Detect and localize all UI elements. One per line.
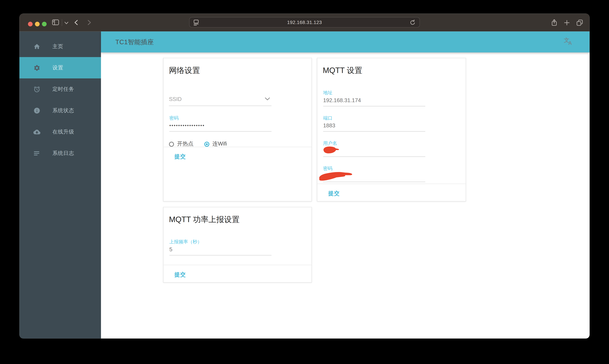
report-frequency-field[interactable]: 上报频率（秒） 5 (169, 239, 272, 255)
logs-icon (33, 150, 40, 157)
ssid-select[interactable]: SSID (169, 96, 271, 106)
mqtt-power-report-card: MQTT 功率上报设置 上报频率（秒） 5 提交 (163, 207, 312, 283)
wifi-password-field[interactable]: 密码 •••••••••••••••• (169, 115, 272, 132)
page-title: TC1智能插座 (115, 31, 154, 52)
browser-window: 192.168.31.123 (19, 13, 589, 338)
sidebar-toggle-icon[interactable] (52, 19, 59, 25)
sidebar-item-label: 主页 (53, 43, 63, 50)
redaction-scribble (321, 145, 341, 155)
sidebar-item-label: 系统状态 (53, 107, 74, 114)
redaction-scribble (318, 169, 355, 182)
card-action-row: 提交 (164, 265, 312, 282)
mqtt-submit-button[interactable]: 提交 (328, 190, 340, 197)
screenshot-background: 192.168.31.123 (0, 0, 609, 364)
radio-hotspot[interactable] (169, 142, 174, 146)
address-bar[interactable]: 192.168.31.123 (189, 17, 420, 27)
share-icon[interactable] (551, 19, 557, 26)
minimize-window-button[interactable] (35, 22, 40, 26)
gear-icon (33, 64, 40, 71)
mqtt-password-value (323, 173, 425, 182)
home-icon (33, 43, 40, 50)
tabs-overview-icon[interactable] (576, 19, 583, 26)
url-text: 192.168.31.123 (189, 20, 419, 25)
network-submit-button[interactable]: 提交 (174, 153, 186, 160)
card-title: 网络设置 (169, 65, 305, 76)
new-tab-icon[interactable] (564, 20, 570, 26)
back-icon[interactable] (74, 20, 78, 25)
sidebar-item-system-log[interactable]: 系统日志 (19, 143, 101, 164)
sidebar-item-label: 在线升级 (53, 128, 74, 135)
mqtt-port-field[interactable]: 端口 1883 (323, 115, 425, 132)
sidebar-item-online-upgrade[interactable]: 在线升级 (19, 121, 101, 143)
alarm-icon (33, 86, 40, 92)
mqtt-username-field[interactable]: 用户名 (323, 141, 425, 157)
mqtt-port-value: 1883 (323, 122, 425, 132)
mqtt-settings-card: MQTT 设置 地址 192.168.31.174 端口 1883 用户名 (317, 58, 466, 202)
field-label: 上报频率（秒） (169, 239, 272, 245)
card-title: MQTT 功率上报设置 (169, 214, 305, 225)
report-frequency-value: 5 (169, 246, 272, 255)
card-title: MQTT 设置 (323, 65, 460, 76)
dropdown-caret-icon[interactable] (265, 98, 270, 101)
field-label: 密码 (169, 115, 272, 121)
sidebar-item-settings[interactable]: 设置 (19, 57, 101, 78)
mqtt-address-field[interactable]: 地址 192.168.31.174 (323, 90, 425, 106)
reload-icon[interactable] (410, 19, 416, 25)
content-area: 网络设置 SSID 密码 •••••••••••••••• (101, 52, 590, 339)
translate-icon[interactable]: 文A (564, 37, 573, 47)
main-area: TC1智能插座 文A 网络设置 SSID (101, 31, 590, 338)
sidebar: 主页 设置 定时任务 (19, 31, 101, 338)
mqtt-address-value: 192.168.31.174 (323, 97, 425, 106)
sidebar-item-home[interactable]: 主页 (19, 36, 101, 57)
power-submit-button[interactable]: 提交 (174, 271, 186, 278)
browser-toolbar: 192.168.31.123 (19, 13, 589, 31)
sidebar-item-label: 定时任务 (53, 86, 74, 92)
field-label: 用户名 (323, 141, 425, 146)
card-action-row: 提交 (164, 147, 312, 201)
radio-wifi[interactable] (204, 142, 209, 146)
wifi-mode-radio-group: 开热点 连Wifi (169, 141, 305, 148)
zoom-window-button[interactable] (42, 22, 47, 26)
sidebar-item-timers[interactable]: 定时任务 (19, 78, 101, 100)
mqtt-username-value (323, 148, 425, 157)
network-settings-card: 网络设置 SSID 密码 •••••••••••••••• (163, 58, 312, 202)
cloud-download-icon (33, 128, 40, 135)
app-header: TC1智能插座 文A (101, 31, 590, 52)
ssid-placeholder: SSID (169, 96, 271, 103)
sidebar-item-label: 设置 (53, 64, 63, 71)
close-window-button[interactable] (28, 22, 33, 26)
radio-wifi-label: 连Wifi (212, 141, 227, 148)
password-masked-value: •••••••••••••••• (169, 122, 272, 132)
field-label: 地址 (323, 90, 425, 96)
sidebar-item-system-status[interactable]: 系统状态 (19, 100, 101, 121)
card-action-row: 提交 (317, 183, 466, 201)
radio-hotspot-label: 开热点 (177, 141, 193, 148)
toolbar-divider (62, 19, 62, 26)
field-label: 端口 (323, 115, 425, 121)
mqtt-password-field[interactable]: 密码 (323, 166, 425, 182)
info-icon (33, 107, 40, 114)
sidebar-item-label: 系统日志 (53, 150, 74, 157)
forward-icon[interactable] (87, 20, 91, 25)
app-body: 主页 设置 定时任务 (19, 31, 589, 338)
chevron-down-icon[interactable] (65, 22, 68, 25)
